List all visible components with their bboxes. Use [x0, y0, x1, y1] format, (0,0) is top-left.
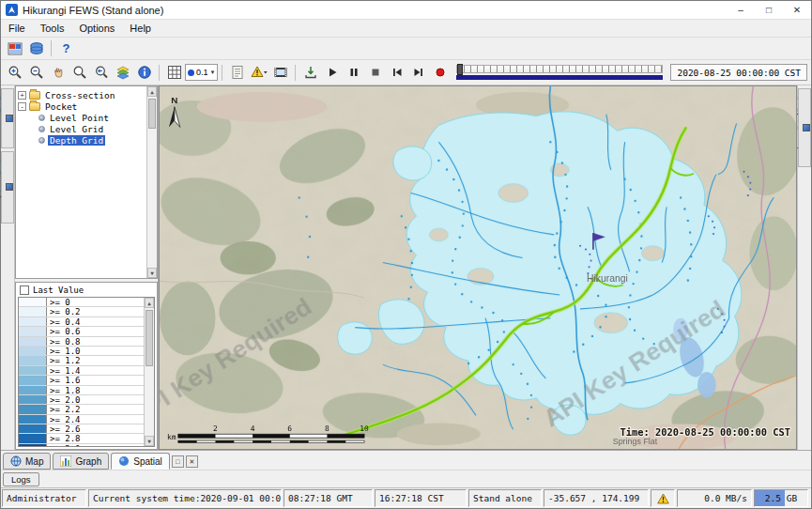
menu-tools[interactable]: Tools: [33, 21, 72, 36]
scroll-thumb[interactable]: [148, 99, 156, 129]
status-coordinates: -35.657 , 174.199: [544, 489, 649, 507]
time-slider[interactable]: [456, 65, 663, 81]
tab-data-viewer[interactable]: 6 : Data Viewer: [1, 151, 14, 224]
legend-color-swatch: [19, 376, 47, 384]
tree-node-level-point[interactable]: Level Point: [18, 112, 146, 123]
tree-node-depth-grid[interactable]: Depth Grid: [18, 134, 146, 146]
legend-item[interactable]: >= 0.2: [19, 307, 144, 316]
threshold-dot-icon: [188, 69, 194, 76]
status-warning-cell[interactable]: [651, 489, 675, 507]
maximize-button[interactable]: □: [755, 1, 783, 19]
scroll-up-icon[interactable]: ▲: [147, 86, 157, 97]
panel-close-button[interactable]: ✕: [186, 455, 198, 468]
scroll-up-icon[interactable]: ▲: [145, 298, 154, 308]
legend-item[interactable]: >= 3.0: [19, 444, 144, 447]
explorer-icon[interactable]: [4, 39, 25, 58]
warning-dropdown-icon[interactable]: [248, 63, 269, 83]
title-bar: Hikurangi FEWS (Stand alone) – □ ✕: [1, 1, 811, 20]
zoom-out-icon[interactable]: [25, 63, 47, 83]
legend-item[interactable]: >= 2.6: [19, 424, 144, 434]
place-label-springs-flat: Springs Flat: [613, 437, 658, 446]
legend-item-label: >= 2.4: [47, 415, 84, 424]
stop-button[interactable]: [364, 63, 386, 83]
scroll-thumb[interactable]: [146, 310, 153, 366]
zoom-previous-icon[interactable]: [90, 63, 112, 83]
animation-icon[interactable]: [269, 63, 291, 83]
logs-row: Logs: [1, 470, 811, 487]
logs-button[interactable]: Logs: [3, 472, 39, 486]
database-icon[interactable]: [25, 39, 47, 58]
legend-item[interactable]: >= 2.0: [19, 395, 144, 405]
legend-item[interactable]: >= 0: [19, 298, 144, 307]
threshold-select[interactable]: 0.1 ▼: [185, 64, 218, 81]
legend-item[interactable]: >= 1.4: [19, 366, 144, 376]
legend-color-swatch: [19, 395, 47, 404]
warning-icon: [657, 493, 669, 504]
legend-scrollbar[interactable]: ▲ ▼: [144, 298, 154, 446]
pan-icon[interactable]: [47, 63, 69, 83]
tree-node-cross-section[interactable]: + Cross-section: [18, 89, 146, 100]
window-title: Hikurangi FEWS (Stand alone): [23, 5, 727, 16]
scroll-down-icon[interactable]: ▼: [147, 268, 157, 278]
panel-restore-button[interactable]: □: [172, 455, 184, 468]
menu-help[interactable]: Help: [122, 21, 159, 36]
menu-file[interactable]: File: [1, 21, 33, 36]
legend-item-label: >= 0.6: [47, 327, 84, 335]
tab-forecast[interactable]: 5 : Forecast: [1, 88, 14, 148]
legend-item[interactable]: >= 2.2: [19, 405, 144, 414]
record-button[interactable]: [429, 63, 451, 83]
tree-node-pocket[interactable]: - Pocket: [18, 100, 146, 112]
legend-item[interactable]: >= 1.0: [19, 347, 144, 356]
legend-color-swatch: [19, 424, 47, 433]
tab-map[interactable]: Map: [3, 453, 51, 470]
help-icon[interactable]: ?: [55, 39, 77, 58]
legend-item[interactable]: >= 1.8: [19, 386, 144, 395]
grid-display-icon[interactable]: [163, 63, 185, 83]
legend-color-swatch: [19, 405, 47, 413]
tree-scrollbar[interactable]: ▲ ▼: [146, 86, 157, 278]
legend-item[interactable]: >= 1.2: [19, 356, 144, 365]
status-time-local: 16:27:18 CST: [375, 489, 467, 507]
app-window: Hikurangi FEWS (Stand alone) – □ ✕ File …: [0, 0, 812, 509]
map-toolbar: 0.1 ▼: [1, 60, 811, 85]
zoom-in-icon[interactable]: [4, 63, 25, 83]
tab-graph[interactable]: Graph: [53, 453, 109, 470]
spatial-icon: [118, 455, 130, 467]
legend-item[interactable]: >= 0.4: [19, 317, 144, 327]
legend-item[interactable]: >= 0.6: [19, 327, 144, 336]
tree-node-label: Cross-section: [43, 90, 116, 100]
legend-item[interactable]: >= 1.6: [19, 376, 144, 385]
play-button[interactable]: [321, 63, 343, 83]
menu-options[interactable]: Options: [71, 21, 122, 36]
time-slider-track[interactable]: [456, 65, 663, 73]
export-icon[interactable]: [299, 63, 321, 83]
step-back-button[interactable]: [386, 63, 407, 83]
last-value-label: Last Value: [33, 285, 84, 295]
tree-node-level-grid[interactable]: Level Grid: [18, 123, 146, 134]
zoom-extent-icon[interactable]: [69, 63, 90, 83]
legend-item[interactable]: >= 2.8: [19, 434, 144, 443]
tab-plot-overview[interactable]: 3 : Plot Overview: [798, 88, 811, 167]
legend-item[interactable]: >= 0.8: [19, 337, 144, 347]
pause-button[interactable]: [343, 63, 364, 83]
time-slider-handle[interactable]: [457, 64, 463, 75]
minimize-button[interactable]: –: [727, 1, 755, 19]
legend-item[interactable]: >= 2.4: [19, 415, 144, 424]
map-viewport[interactable]: API Key Required API Key Required Hikura…: [159, 85, 797, 450]
tab-spatial[interactable]: Spatial: [111, 453, 170, 470]
map-canvas[interactable]: API Key Required API Key Required Hikura…: [160, 86, 796, 449]
status-time-gmt: 08:27:18 GMT: [283, 489, 373, 507]
longitudinal-profile-icon[interactable]: [226, 63, 248, 83]
last-value-checkbox[interactable]: [20, 285, 29, 295]
expander-icon[interactable]: -: [18, 102, 26, 111]
scroll-down-icon[interactable]: ▼: [145, 436, 154, 446]
info-icon[interactable]: [133, 63, 155, 83]
layers-icon[interactable]: [112, 63, 133, 83]
legend-color-swatch: [19, 307, 47, 316]
tab-graph-label: Graph: [75, 456, 101, 467]
legend-color-swatch: [19, 434, 47, 442]
legend-item-label: >= 0: [47, 298, 73, 306]
close-button[interactable]: ✕: [783, 1, 811, 19]
expander-icon[interactable]: +: [18, 91, 26, 100]
step-forward-button[interactable]: [407, 63, 429, 83]
